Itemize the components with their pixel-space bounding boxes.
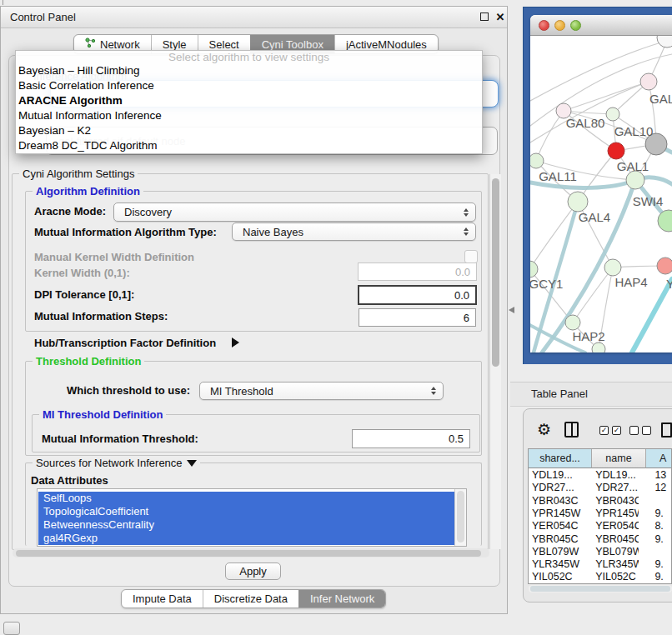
table-row[interactable]: YBL079WYBL079W	[529, 546, 671, 558]
network-edge[interactable]	[530, 41, 667, 101]
node-gal4[interactable]	[568, 192, 588, 212]
dpi-tolerance-field[interactable]: 0.0	[358, 285, 477, 305]
data-attributes-list[interactable]: SelfLoopsTopologicalCoefficientBetweenne…	[37, 488, 467, 547]
which-threshold-combobox[interactable]: MI Threshold	[199, 382, 444, 400]
node-hap2[interactable]	[565, 315, 580, 330]
network-window-titlebar[interactable]	[530, 15, 672, 36]
table-row[interactable]: YER054CYER054C8.	[529, 520, 671, 532]
node-gal2[interactable]	[640, 73, 657, 90]
dpi-tolerance-label: DPI Tolerance [0,1]:	[34, 288, 134, 302]
attributes-scrollbar[interactable]	[454, 489, 466, 546]
traffic-zoom-icon[interactable]	[570, 20, 581, 31]
table-cell: YDL19...	[529, 469, 588, 482]
dropdown-item-bayesian-k2[interactable]: Bayesian – K2	[16, 123, 482, 138]
dropdown-placeholder: Select algorithm to view settings	[16, 51, 482, 63]
table-cell: 12	[639, 482, 671, 494]
columns-icon[interactable]	[564, 422, 579, 438]
table-row[interactable]: YDR27...YDR27...12	[529, 482, 671, 494]
settings-horizontal-scrollbar[interactable]	[13, 548, 489, 558]
apply-button[interactable]: Apply	[225, 562, 281, 580]
tab-infer-network[interactable]: Infer Network	[298, 590, 385, 608]
mi-threshold-field[interactable]: 0.5	[352, 429, 470, 448]
table-row[interactable]: YBR043CYBR043C	[529, 495, 671, 508]
splitter-collapse-icon[interactable]	[509, 307, 514, 313]
network-canvas[interactable]: GALGAL80GAL10GAL1GAL11SWI4GAL4GCY1HAP4YH…	[530, 36, 672, 352]
threshold-definition-title: Threshold Definition	[33, 355, 144, 368]
hub-section-label[interactable]: Hub/Transcription Factor Definition	[34, 337, 216, 350]
node-swi4[interactable]	[626, 171, 644, 189]
column-header-name[interactable]: name	[592, 449, 646, 468]
dropdown-item-bayesian-hill-climbing[interactable]: Bayesian – Hill Climbing	[16, 63, 482, 78]
node-label-gal10: GAL10	[614, 124, 654, 138]
panel-corner-button[interactable]	[3, 622, 20, 635]
column-header-a[interactable]: A	[646, 449, 672, 468]
settings-hscroll-thumb[interactable]	[16, 550, 481, 557]
node-label-gal4: GAL4	[579, 210, 610, 224]
dropdown-item-basic-correlation-inference[interactable]: Basic Correlation Inference	[16, 78, 482, 93]
network-edge[interactable]	[530, 202, 578, 269]
dropdown-item-aracne-algorithm[interactable]: ARACNE Algorithm	[16, 93, 482, 108]
settings-vscroll-thumb[interactable]	[492, 178, 499, 367]
node-hap4[interactable]	[604, 259, 621, 276]
node-label-hap4: HAP4	[614, 275, 647, 289]
attribute-item-betweennesscentrality[interactable]: BetweennessCentrality	[38, 518, 454, 532]
table-cell: YER054C	[588, 520, 639, 532]
node-gal1[interactable]	[608, 142, 624, 159]
table-cell: YER054C	[529, 520, 588, 532]
mi-steps-field[interactable]: 6	[359, 308, 476, 327]
node-gal11[interactable]	[530, 153, 544, 168]
dropdown-item-dream8-dc-tdc-algorithm[interactable]: Dream8 DC_TDC Algorithm	[16, 138, 482, 153]
sources-group-title[interactable]: Sources for Network Inference	[33, 457, 200, 469]
tab-discretize-data[interactable]: Discretize Data	[203, 590, 298, 608]
table-row[interactable]: YIL052CYIL052C9.	[529, 571, 671, 582]
table-cell: 8.	[639, 520, 671, 532]
attributes-scroll-thumb[interactable]	[457, 491, 464, 542]
node-gcy1[interactable]	[530, 261, 538, 278]
mi-type-value: Naive Bayes	[243, 226, 303, 238]
dropdown-item-list: Bayesian – Hill ClimbingBasic Correlatio…	[16, 63, 482, 153]
tab-label: Select	[209, 38, 239, 51]
node-top[interactable]	[657, 36, 672, 48]
screen: { "control_panel": { "title": "Control P…	[0, 0, 672, 635]
stepper-arrows-icon	[464, 208, 469, 217]
node-bottom[interactable]	[592, 342, 605, 352]
kernel-width-field[interactable]: 0.0	[358, 262, 477, 281]
node-label-swi4: SWI4	[633, 194, 664, 208]
aracne-mode-combobox[interactable]: Discovery	[113, 202, 476, 222]
tab-impute-data[interactable]: Impute Data	[122, 590, 203, 608]
attribute-item-gal4rgexp[interactable]: gal4RGexp	[38, 532, 454, 545]
table-hscroll-thumb[interactable]	[530, 586, 670, 592]
settings-vertical-scrollbar[interactable]	[489, 174, 501, 549]
float-icon[interactable]	[480, 12, 489, 21]
table-horizontal-scrollbar[interactable]	[529, 585, 672, 592]
node-mid[interactable]	[606, 108, 619, 121]
window-edge-mark	[3, 0, 3, 5]
node-label-gcy1: GCY1	[530, 277, 563, 291]
dpi-tolerance-value: 0.0	[454, 289, 469, 302]
checked-columns-icon[interactable]: ✓✓	[599, 426, 621, 435]
table-row[interactable]: YDL19...YDL19...13	[529, 469, 671, 482]
tab-label: Infer Network	[310, 592, 374, 605]
node-table[interactable]: shared...nameA YDL19...YDL19...13YDR27..…	[528, 448, 672, 584]
expand-right-icon[interactable]	[232, 338, 239, 348]
dropdown-item-mutual-information-inference[interactable]: Mutual Information Inference	[16, 108, 482, 123]
mi-type-label: Mutual Information Algorithm Type:	[34, 226, 217, 239]
manual-kernel-checkbox[interactable]	[464, 250, 478, 263]
unchecked-columns-icon[interactable]	[629, 426, 651, 435]
node-salmon[interactable]	[657, 258, 672, 274]
table-row[interactable]: YPR145WYPR145W9.	[529, 508, 671, 520]
table-cell: YBL079W	[529, 546, 588, 558]
table-row[interactable]: YLR345WYLR345W9.	[529, 558, 671, 571]
gear-icon[interactable]: ⚙	[537, 420, 551, 438]
mi-type-combobox[interactable]: Naive Bayes	[232, 222, 476, 241]
table-row[interactable]: YBR045CYBR045C9.	[529, 533, 671, 546]
attribute-item-topologicalcoefficient[interactable]: TopologicalCoefficient	[38, 505, 454, 518]
table-cell: YIL052C	[588, 571, 639, 582]
close-icon[interactable]: ✕	[494, 9, 506, 26]
traffic-close-icon[interactable]	[539, 20, 549, 31]
attribute-item-selfloops[interactable]: SelfLoops	[38, 492, 454, 505]
document-icon[interactable]	[661, 422, 672, 438]
column-header-shared[interactable]: shared...	[529, 449, 592, 468]
kernel-width-value: 0.0	[455, 266, 470, 278]
traffic-minimize-icon[interactable]	[554, 20, 565, 31]
